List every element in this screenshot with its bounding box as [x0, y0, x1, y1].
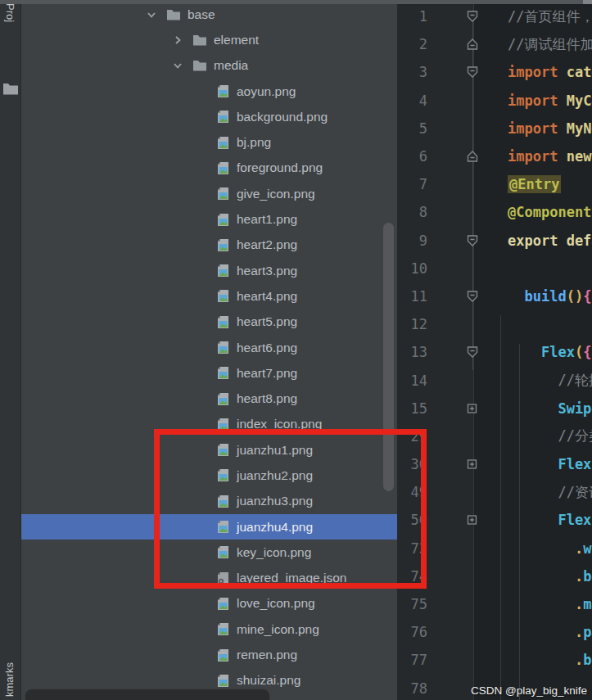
fold-expand-icon[interactable] [466, 402, 478, 414]
fold-collapse-icon[interactable] [466, 38, 478, 51]
image-file-icon [215, 418, 230, 431]
line-number[interactable]: 5 [400, 120, 427, 137]
fold-collapse-icon[interactable] [466, 234, 478, 246]
line-number[interactable]: 2 [400, 36, 427, 52]
image-file-icon [215, 289, 230, 303]
code-text: .bord [508, 652, 592, 668]
tree-item[interactable]: layered_image.json [20, 566, 397, 591]
image-file-icon [215, 468, 230, 482]
tree-item[interactable]: love_icon.png [20, 591, 397, 616]
tree-item[interactable]: key_icon.png [20, 540, 397, 565]
tree-item[interactable]: heart8.png [20, 386, 397, 411]
tree-item[interactable]: foreground.png [20, 156, 397, 181]
project-tree[interactable]: baseelementmediaaoyun.pngbackground.pngb… [20, 0, 397, 700]
line-number[interactable]: 13 [400, 344, 427, 360]
line-number[interactable]: 30 [400, 456, 427, 472]
tree-item-label: bj.png [237, 135, 271, 150]
chevron-down-icon[interactable] [143, 8, 160, 21]
image-file-icon [215, 366, 230, 380]
line-number[interactable]: 76 [400, 624, 427, 640]
tree-item[interactable]: juanzhu2.png [20, 463, 397, 488]
code-line: 74.bord [397, 562, 592, 590]
image-file-icon [215, 545, 230, 559]
fold-expand-icon[interactable] [466, 514, 478, 526]
fold-collapse-icon[interactable] [466, 346, 478, 359]
tree-item[interactable]: aoyun.png [20, 79, 397, 104]
line-number[interactable]: 29 [400, 428, 427, 445]
line-number[interactable]: 50 [400, 512, 427, 528]
line-number[interactable]: 6 [400, 148, 427, 165]
line-number[interactable]: 3 [400, 64, 427, 80]
tree-item[interactable]: heart6.png [20, 335, 397, 360]
fold-expand-icon[interactable] [466, 458, 478, 471]
tree-item[interactable]: give_icon.png [20, 181, 397, 206]
tree-item[interactable]: heart1.png [20, 206, 397, 232]
tree-item[interactable]: heart3.png [20, 258, 397, 283]
code-line: 7@Entry [397, 170, 592, 198]
fold-collapse-icon[interactable] [466, 290, 478, 302]
code-line: 29//分类 [397, 422, 592, 450]
tree-item[interactable]: bj.png [20, 129, 397, 155]
line-number[interactable]: 11 [400, 288, 427, 305]
fold-collapse-icon[interactable] [466, 151, 478, 163]
tree-item[interactable]: juanzhu4.png [20, 514, 397, 540]
line-number[interactable]: 8 [400, 204, 427, 220]
code-line: 12 [397, 310, 592, 338]
tree-item-label: heart4.png [237, 289, 297, 304]
code-text: .widt [508, 540, 592, 557]
line-number[interactable]: 77 [400, 652, 427, 668]
line-number[interactable]: 1 [400, 8, 427, 25]
tree-item-label: index_icon.png [237, 417, 322, 431]
fold-collapse-icon[interactable] [466, 11, 478, 23]
tree-item-label: juanzhu2.png [237, 468, 313, 483]
tree-item[interactable]: remen.png [20, 642, 397, 667]
tree-item-label: media [214, 58, 248, 73]
fold-collapse-icon[interactable] [466, 66, 478, 79]
tree-item[interactable]: heart5.png [20, 309, 397, 335]
line-number[interactable]: 73 [400, 540, 427, 557]
tree-item[interactable]: element [20, 27, 397, 52]
tree-item[interactable]: juanzhu3.png [20, 489, 397, 514]
tree-item-label: juanzhu3.png [237, 494, 313, 508]
line-number[interactable]: 4 [400, 93, 427, 109]
tree-item[interactable]: heart2.png [20, 233, 397, 258]
code-editor[interactable]: 1//首页组件，这2//调试组件加@3import cate4import My… [397, 0, 592, 700]
line-number[interactable]: 10 [400, 260, 427, 277]
folder-icon[interactable] [2, 82, 19, 98]
chevron-right-icon[interactable] [169, 34, 186, 47]
line-number[interactable]: 15 [400, 400, 427, 417]
tree-item-label: background.png [237, 110, 328, 124]
line-number[interactable]: 75 [400, 596, 427, 612]
line-number[interactable]: 9 [400, 233, 427, 249]
tool-window-stripe: Proj kmarks [0, 0, 21, 700]
tree-item[interactable]: heart7.png [20, 360, 397, 386]
tree-item[interactable]: background.png [20, 104, 397, 129]
project-stripe-tab[interactable]: Proj [4, 3, 16, 22]
line-number[interactable]: 74 [400, 568, 427, 585]
code-line: 50Flex( [397, 506, 592, 534]
line-number[interactable]: 78 [400, 680, 427, 697]
tree-item[interactable]: heart4.png [20, 283, 397, 309]
code-text: //资讯 [508, 483, 592, 502]
tree-item[interactable]: media [20, 53, 397, 79]
tree-item[interactable]: juanzhu1.png [20, 437, 397, 463]
tree-item-label: give_icon.png [237, 187, 315, 201]
chevron-down-icon[interactable] [169, 59, 186, 72]
line-number[interactable]: 12 [400, 316, 427, 332]
tree-item[interactable]: index_icon.png [20, 412, 397, 437]
line-number[interactable]: 7 [400, 176, 427, 192]
code-line: 11build(){ [397, 282, 592, 310]
scrollbar-top-thumb[interactable] [583, 0, 592, 4]
tree-item-label: key_icon.png [237, 545, 311, 560]
tree-item[interactable]: base [20, 2, 397, 27]
image-file-icon [215, 443, 230, 457]
line-number[interactable]: 49 [400, 484, 427, 500]
code-line: 1//首页组件，这 [397, 2, 592, 30]
tree-vertical-scrollbar[interactable] [383, 223, 394, 491]
code-text: .marg [508, 596, 592, 612]
image-file-icon [215, 136, 230, 150]
tree-item[interactable]: mine_icon.png [20, 616, 397, 642]
tree-item-label: foreground.png [237, 160, 323, 175]
line-number[interactable]: 14 [400, 373, 427, 389]
bookmarks-stripe-tab[interactable]: kmarks [3, 662, 16, 697]
